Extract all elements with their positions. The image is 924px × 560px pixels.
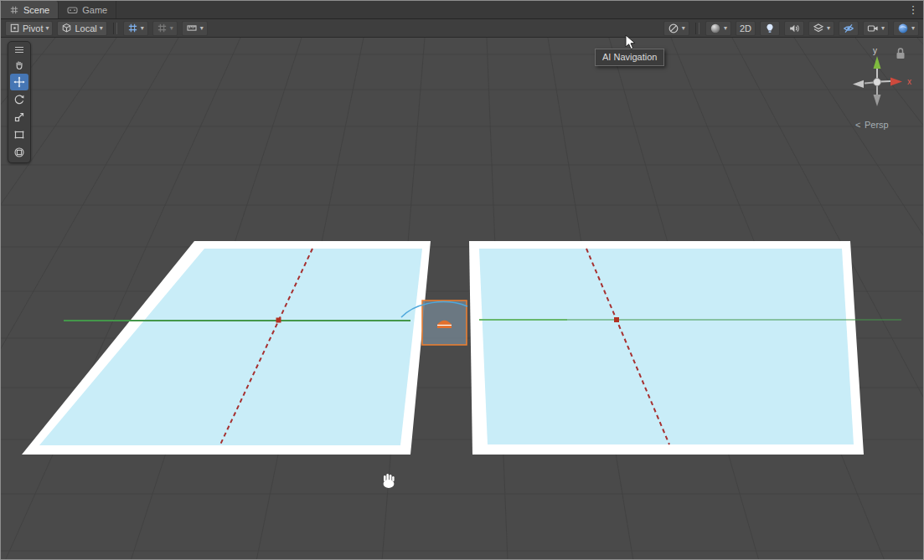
pivot-dropdown-arrow[interactable]: ▾ — [45, 25, 49, 32]
ai-navigation-overlay-button[interactable]: ▾ — [663, 21, 689, 36]
grid-snap-icon — [127, 23, 138, 33]
effects-dropdown-arrow[interactable]: ▾ — [827, 25, 830, 32]
move-tool-button[interactable] — [10, 74, 28, 90]
eye-slash-icon — [843, 23, 854, 34]
scene-viewport[interactable] — [1, 38, 924, 560]
tab-menu-button[interactable]: ⋮ — [906, 3, 920, 18]
x-axis-stem — [880, 81, 890, 82]
snap-increment-button[interactable]: ▾ — [182, 21, 208, 36]
grid-visibility-button[interactable]: ▾ — [152, 21, 178, 36]
neg-y-axis-cone[interactable] — [874, 95, 881, 106]
scene-grid-icon — [9, 5, 19, 15]
grid-visibility-icon — [157, 23, 168, 33]
x-axis-cone[interactable] — [890, 78, 902, 86]
tab-game[interactable]: Game — [59, 1, 116, 18]
shaded-sphere-icon — [710, 23, 721, 34]
transform-tool-icon — [13, 146, 25, 158]
rect-tool-icon — [13, 129, 25, 141]
grid-snap-dropdown-arrow[interactable]: ▾ — [141, 25, 144, 32]
scale-tool-button[interactable] — [10, 109, 28, 126]
local-label: Local — [75, 22, 96, 35]
y-axis-cone[interactable] — [874, 56, 881, 69]
mouse-cursor-icon — [625, 34, 637, 51]
lighting-toggle-button[interactable] — [760, 21, 780, 36]
toolbar-separator — [695, 23, 699, 34]
tab-scene[interactable]: Scene — [1, 1, 59, 18]
speaker-icon — [788, 23, 800, 34]
pivot-label: Pivot — [23, 22, 43, 35]
neg-x-axis-stem — [865, 83, 874, 84]
tools-overlay — [8, 41, 31, 163]
transform-tool-button[interactable] — [10, 144, 28, 161]
tooltip: AI Navigation — [595, 49, 664, 66]
tab-scene-label: Scene — [23, 5, 49, 15]
toolbar-separator — [113, 23, 117, 34]
rect-tool-button[interactable] — [10, 126, 28, 143]
grid-snap-button[interactable]: ▾ — [123, 21, 148, 36]
circle-slash-icon — [668, 23, 679, 34]
shading-mode-button[interactable]: ▾ — [705, 21, 731, 36]
neg-x-axis-cone[interactable] — [853, 80, 864, 88]
red-marker-right — [614, 317, 619, 322]
rotate-tool-icon — [13, 94, 25, 105]
move-tool-icon — [13, 76, 25, 88]
hand-tool-button[interactable] — [10, 56, 28, 73]
red-marker-left — [276, 318, 281, 323]
tab-bar: Scene Game ⋮ — [1, 1, 923, 19]
gizmo-y-label: y — [873, 46, 877, 55]
effects-button[interactable]: ▾ — [808, 21, 834, 36]
component-tools-button[interactable]: ▾ — [893, 21, 919, 36]
scale-tool-icon — [13, 111, 25, 123]
overlay-menu-button[interactable] — [10, 44, 28, 55]
camera-icon — [867, 23, 879, 34]
gizmo-x-label: x — [907, 77, 911, 86]
ai-navigation-dropdown-arrow[interactable]: ▾ — [682, 25, 685, 32]
2d-toggle-button[interactable]: 2D — [736, 21, 756, 36]
court-right-surface[interactable] — [479, 249, 854, 444]
shading-dropdown-arrow[interactable]: ▾ — [724, 25, 727, 32]
gizmo-center-ball[interactable] — [874, 79, 881, 86]
snap-increment-dropdown-arrow[interactable]: ▾ — [200, 25, 204, 32]
lock-icon[interactable] — [897, 49, 905, 59]
tab-game-label: Game — [82, 5, 107, 15]
hand-tool-icon — [13, 59, 25, 70]
camera-settings-button[interactable]: ▾ — [863, 21, 889, 36]
2d-label: 2D — [740, 22, 751, 35]
scene-toolbar: Pivot ▾ Local ▾ ▾ — [1, 19, 923, 38]
ruler-icon — [186, 23, 198, 33]
local-cube-icon — [61, 23, 72, 33]
lightbulb-icon — [764, 23, 776, 34]
camera-dropdown-arrow[interactable]: ▾ — [881, 25, 885, 32]
unity-scene-window: Scene Game ⋮ Pivot ▾ — [0, 0, 924, 560]
grid-visibility-dropdown-arrow[interactable]: ▾ — [170, 25, 173, 32]
hamburger-icon — [14, 46, 24, 54]
tooltip-text: AI Navigation — [602, 52, 657, 62]
scene-visibility-button[interactable] — [839, 21, 859, 36]
local-dropdown-arrow[interactable]: ▾ — [100, 25, 103, 32]
blue-orb-icon — [897, 23, 909, 34]
component-tools-dropdown-arrow[interactable]: ▾ — [911, 25, 915, 32]
rotate-tool-button[interactable] — [10, 91, 28, 108]
layers-icon — [813, 23, 824, 34]
persp-toggle[interactable]: < Persp — [855, 120, 889, 130]
persp-label: Persp — [865, 120, 889, 130]
pivot-icon — [9, 23, 20, 33]
local-toggle-button[interactable]: Local ▾ — [57, 21, 106, 36]
gamepad-icon — [67, 5, 78, 15]
audio-toggle-button[interactable] — [784, 21, 804, 36]
scene-gizmo: y x < Persp — [839, 43, 922, 136]
pivot-toggle-button[interactable]: Pivot ▾ — [5, 21, 53, 36]
persp-glyph: < — [855, 120, 860, 130]
